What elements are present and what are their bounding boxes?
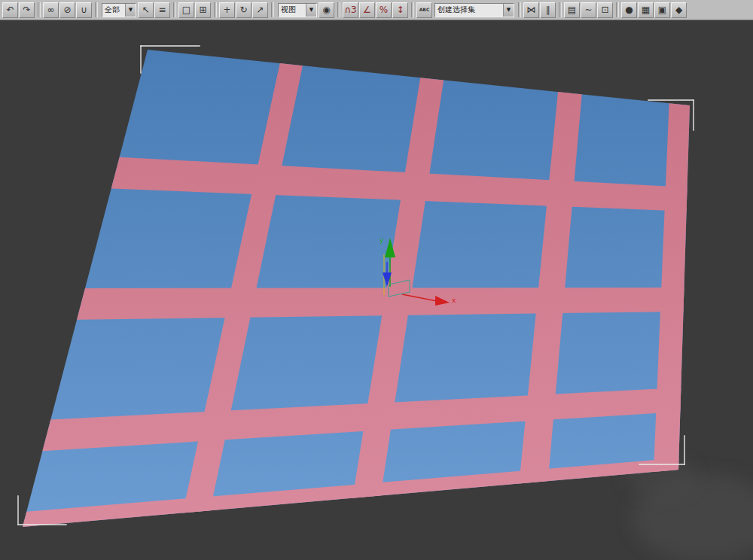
- rendered-frame-icon: ▣: [658, 5, 666, 14]
- snap-toggle-icon: ∩3: [344, 5, 356, 14]
- angle-snap-button[interactable]: ∠: [359, 2, 375, 18]
- select-and-scale-button[interactable]: ↗: [252, 2, 268, 18]
- perspective-viewport[interactable]: yx: [0, 20, 753, 560]
- window-crossing-icon: ⊞: [199, 5, 206, 14]
- material-editor-icon: ●: [625, 5, 633, 14]
- toolbar-separator: [616, 2, 619, 17]
- layer-manager-icon: ▤: [568, 5, 576, 14]
- render-production-icon: ◆: [675, 5, 682, 14]
- render-setup-button[interactable]: ▦: [638, 2, 654, 18]
- select-and-move-icon: +: [223, 5, 230, 14]
- toolbar-separator: [95, 2, 98, 17]
- application-window: ↶↷∞⊘∪全部▼↖≡□⊞+↻↗视图▼◉∩3∠%↕ABC创建选择集▼⋈∥▤~⊡●▦…: [0, 0, 753, 560]
- dropdown-arrow-icon[interactable]: ▼: [503, 4, 514, 17]
- select-and-link-button[interactable]: ∞: [43, 2, 59, 18]
- select-by-name-icon: ≡: [158, 5, 166, 14]
- rendered-frame-button[interactable]: ▣: [654, 2, 670, 18]
- curve-editor-button[interactable]: ~: [581, 2, 596, 18]
- percent-snap-button[interactable]: %: [376, 2, 392, 18]
- curve-editor-icon: ~: [584, 5, 592, 14]
- named-selection-sets-dropdown-value: 创建选择集: [435, 5, 503, 15]
- schematic-view-button[interactable]: ⊡: [597, 2, 613, 18]
- unlink-selection-icon: ⊘: [63, 5, 71, 14]
- select-and-rotate-icon: ↻: [239, 5, 247, 14]
- plane-object[interactable]: [23, 50, 690, 527]
- select-and-rotate-button[interactable]: ↻: [236, 2, 252, 18]
- select-by-name-button[interactable]: ≡: [154, 2, 170, 18]
- bind-to-space-warp-icon: ∪: [81, 5, 87, 14]
- snap-toggle-button[interactable]: ∩3: [343, 2, 358, 18]
- toolbar-separator: [518, 2, 521, 17]
- toolbar-separator: [337, 2, 340, 17]
- render-setup-icon: ▦: [642, 5, 650, 14]
- toolbar-separator: [38, 2, 41, 17]
- toolbar-separator: [411, 2, 414, 17]
- use-pivot-center-icon: ◉: [322, 5, 330, 14]
- select-and-link-icon: ∞: [47, 5, 55, 14]
- layer-manager-button[interactable]: ▤: [564, 2, 580, 18]
- percent-snap-icon: %: [380, 5, 388, 14]
- rectangular-selection-region-icon: □: [182, 5, 191, 14]
- material-editor-button[interactable]: ●: [621, 2, 637, 18]
- align-button[interactable]: ∥: [540, 2, 556, 18]
- schematic-view-icon: ⊡: [601, 5, 608, 14]
- named-selection-sets-dropdown[interactable]: 创建选择集▼: [434, 3, 514, 17]
- selection-filter-dropdown[interactable]: 全部▼: [102, 3, 136, 17]
- bind-to-space-warp-button[interactable]: ∪: [76, 2, 92, 18]
- edit-named-selection-sets-button[interactable]: ABC: [416, 2, 432, 18]
- edit-named-selection-sets-icon: ABC: [419, 8, 430, 12]
- use-pivot-center-button[interactable]: ◉: [319, 2, 334, 18]
- spinner-snap-button[interactable]: ↕: [392, 2, 408, 18]
- viewport-canvas[interactable]: yx: [0, 20, 753, 560]
- toolbar-separator: [559, 2, 562, 17]
- align-icon: ∥: [546, 5, 550, 14]
- main-toolbar: ↶↷∞⊘∪全部▼↖≡□⊞+↻↗视图▼◉∩3∠%↕ABC创建选择集▼⋈∥▤~⊡●▦…: [0, 0, 753, 20]
- gizmo-axis-label: x: [452, 297, 456, 304]
- undo-icon: ↶: [6, 5, 14, 14]
- angle-snap-icon: ∠: [363, 5, 371, 14]
- selection-filter-dropdown-value: 全部: [102, 5, 125, 15]
- redo-icon: ↷: [23, 5, 30, 14]
- unlink-selection-button[interactable]: ⊘: [59, 2, 75, 18]
- rectangular-selection-region-button[interactable]: □: [178, 2, 194, 18]
- select-object-button[interactable]: ↖: [138, 2, 154, 18]
- select-and-move-button[interactable]: +: [219, 2, 235, 18]
- reference-coordinate-dropdown[interactable]: 视图▼: [278, 3, 317, 17]
- mirror-icon: ⋈: [527, 5, 536, 14]
- dropdown-arrow-icon[interactable]: ▼: [125, 4, 136, 17]
- select-and-scale-icon: ↗: [256, 5, 264, 14]
- reference-coordinate-dropdown-value: 视图: [279, 5, 306, 15]
- render-production-button[interactable]: ◆: [671, 2, 687, 18]
- window-crossing-button[interactable]: ⊞: [195, 2, 211, 18]
- dropdown-arrow-icon[interactable]: ▼: [306, 4, 316, 17]
- mirror-button[interactable]: ⋈: [523, 2, 539, 18]
- toolbar-separator: [271, 2, 274, 17]
- toolbar-separator: [173, 2, 176, 17]
- undo-button[interactable]: ↶: [2, 2, 18, 18]
- spinner-snap-icon: ↕: [396, 5, 404, 14]
- select-object-icon: ↖: [142, 5, 149, 14]
- redo-button[interactable]: ↷: [19, 2, 35, 18]
- gizmo-axis-label: y: [380, 236, 384, 244]
- toolbar-separator: [214, 2, 217, 17]
